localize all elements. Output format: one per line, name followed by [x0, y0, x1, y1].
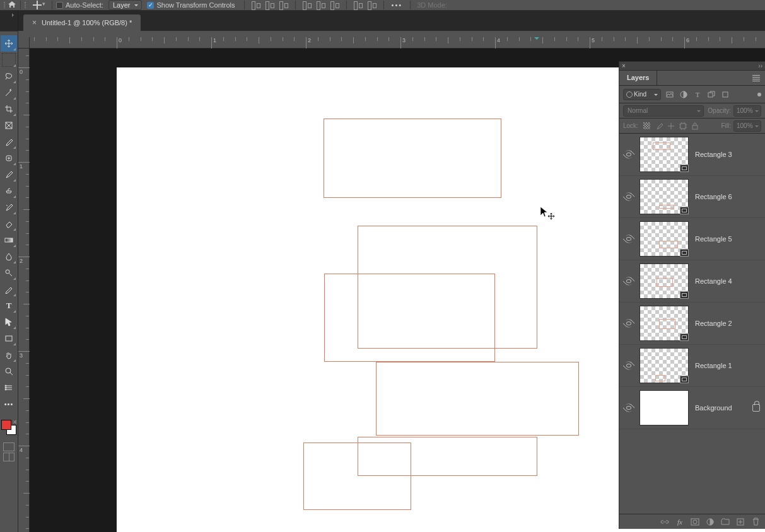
filter-smart-icon[interactable]	[720, 90, 730, 100]
visibility-toggle[interactable]	[622, 317, 635, 330]
layer-row[interactable]: Background	[619, 387, 765, 429]
collapsed-panel-left[interactable]	[0, 11, 18, 31]
pan-icon[interactable]	[476, 1, 485, 9]
clone-stamp-tool[interactable]	[1, 183, 17, 199]
visibility-toggle[interactable]	[622, 359, 635, 372]
auto-select-checkbox[interactable]	[56, 2, 63, 9]
layer-thumbnail[interactable]	[639, 348, 689, 383]
document-tab[interactable]: × Untitled-1 @ 100% (RGB/8) *	[23, 14, 141, 31]
visibility-toggle[interactable]	[622, 402, 635, 414]
more-tools[interactable]: •••	[1, 396, 17, 412]
distribute-v-icon[interactable]	[367, 1, 377, 9]
layer-row[interactable]: Rectangle 5	[619, 218, 765, 260]
eyedropper-tool[interactable]	[1, 134, 17, 150]
lock-icon[interactable]	[752, 404, 760, 412]
lock-position-icon[interactable]	[666, 121, 676, 131]
blur-tool[interactable]	[1, 248, 17, 265]
align-bottom-icon[interactable]	[330, 1, 340, 9]
layer-thumbnail[interactable]	[639, 137, 689, 172]
filter-toggle[interactable]	[757, 93, 761, 96]
ruler-horizontal[interactable]: 0123456	[30, 37, 765, 49]
foreground-color-swatch[interactable]	[1, 420, 11, 430]
layer-name[interactable]: Rectangle 2	[695, 320, 732, 327]
link-layers-icon[interactable]	[660, 518, 669, 526]
align-top-icon[interactable]	[302, 1, 312, 9]
group-layers-icon[interactable]	[721, 518, 730, 526]
layer-thumbnail[interactable]	[639, 263, 689, 299]
magic-wand-tool[interactable]	[1, 84, 17, 101]
layer-row[interactable]: Rectangle 4	[619, 260, 765, 303]
screen-mode-button[interactable]	[3, 453, 15, 461]
opacity-input[interactable]: 100%	[733, 105, 761, 117]
lasso-tool[interactable]	[1, 68, 17, 84]
layer-name[interactable]: Rectangle 5	[695, 235, 732, 243]
more-options-button[interactable]: •••	[388, 1, 407, 9]
gradient-tool[interactable]	[1, 232, 17, 248]
layer-thumbnail[interactable]	[639, 221, 689, 257]
orbit-icon[interactable]	[451, 1, 460, 9]
close-panel-icon[interactable]: ×	[622, 62, 626, 69]
distribute-h-icon[interactable]	[353, 1, 363, 9]
edit-toolbar-button[interactable]	[1, 379, 17, 396]
panel-menu-icon[interactable]	[747, 71, 765, 85]
auto-select-type-dropdown[interactable]: Layer	[108, 0, 143, 10]
delete-layer-icon[interactable]	[751, 518, 760, 526]
quick-mask-button[interactable]	[3, 442, 15, 451]
healing-brush-tool[interactable]	[1, 150, 17, 166]
layer-row[interactable]: Rectangle 3	[619, 134, 765, 176]
new-layer-icon[interactable]	[736, 518, 745, 526]
visibility-toggle[interactable]	[622, 275, 635, 287]
ruler-origin[interactable]	[18, 37, 30, 49]
lock-artboard-icon[interactable]	[678, 121, 688, 131]
ruler-vertical[interactable]: 01234	[18, 49, 30, 532]
align-left-icon[interactable]	[251, 1, 261, 9]
path-select-tool[interactable]	[1, 314, 17, 330]
pen-tool[interactable]	[1, 281, 17, 298]
layer-name[interactable]: Rectangle 4	[695, 277, 732, 285]
filter-pixel-icon[interactable]	[665, 90, 675, 100]
visibility-toggle[interactable]	[622, 148, 635, 161]
lock-all-icon[interactable]	[690, 121, 700, 131]
layer-name[interactable]: Rectangle 3	[695, 151, 732, 158]
history-brush-tool[interactable]	[1, 199, 17, 216]
slide-icon[interactable]	[489, 1, 498, 9]
filter-kind-dropdown[interactable]: Kind	[623, 89, 661, 100]
home-icon[interactable]	[8, 1, 16, 9]
layer-mask-icon[interactable]	[691, 518, 699, 526]
fill-input[interactable]: 100%	[733, 120, 761, 132]
filter-type-icon[interactable]: T	[692, 90, 703, 100]
camera-icon[interactable]	[514, 1, 523, 9]
align-center-h-icon[interactable]	[265, 1, 275, 9]
rectangle-shape-tool[interactable]	[1, 330, 17, 347]
type-tool[interactable]: T	[1, 298, 17, 314]
collapse-panel-icon[interactable]: ››	[758, 62, 762, 69]
move-tool[interactable]	[1, 35, 17, 52]
panel-titlebar[interactable]: × ››	[619, 62, 765, 71]
adjustment-layer-icon[interactable]	[706, 518, 715, 526]
shape-rectangle[interactable]	[324, 274, 495, 362]
roll-icon[interactable]	[464, 1, 472, 9]
hand-tool[interactable]	[1, 347, 17, 363]
layer-thumbnail[interactable]	[639, 390, 689, 425]
align-center-v-icon[interactable]	[316, 1, 326, 9]
filter-adjust-icon[interactable]	[679, 90, 689, 100]
brush-tool[interactable]	[1, 166, 17, 183]
lock-image-icon[interactable]	[654, 121, 664, 131]
layer-row[interactable]: Rectangle 6	[619, 176, 765, 218]
marquee-tool[interactable]	[1, 52, 17, 68]
blend-mode-dropdown[interactable]: Normal	[623, 105, 704, 117]
layer-row[interactable]: Rectangle 1	[619, 345, 765, 387]
eraser-tool[interactable]	[1, 216, 17, 232]
layer-name[interactable]: Rectangle 6	[695, 193, 732, 200]
show-transform-checkbox[interactable]	[147, 2, 154, 9]
layer-thumbnail[interactable]	[639, 306, 689, 341]
layer-name[interactable]: Rectangle 1	[695, 362, 732, 369]
shape-rectangle[interactable]	[303, 442, 411, 510]
zoom-icon[interactable]	[501, 1, 510, 9]
visibility-toggle[interactable]	[622, 233, 635, 245]
swap-colors-icon[interactable]: ⤭	[13, 419, 17, 425]
shape-rectangle[interactable]	[376, 362, 579, 436]
close-tab-icon[interactable]: ×	[32, 18, 37, 27]
lock-transparent-icon[interactable]	[642, 121, 652, 131]
crop-tool[interactable]	[1, 101, 17, 117]
